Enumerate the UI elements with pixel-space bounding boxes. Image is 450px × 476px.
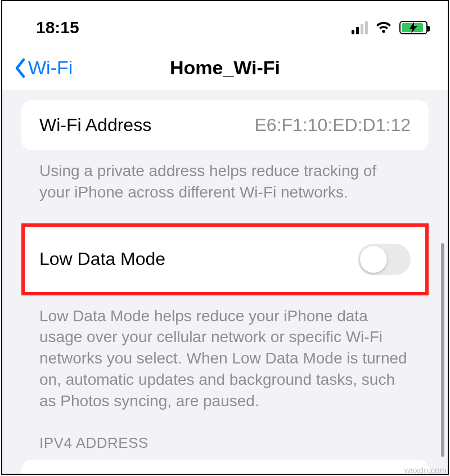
back-label: Wi-Fi	[28, 57, 73, 79]
chevron-left-icon	[14, 57, 26, 79]
ipv4-group: Configure IP Automatic	[21, 460, 429, 475]
ipv4-section-header: IPV4 ADDRESS	[2, 428, 448, 460]
wifi-address-group: Wi-Fi Address E6:F1:10:ED:D1:12	[21, 100, 429, 150]
wifi-address-row[interactable]: Wi-Fi Address E6:F1:10:ED:D1:12	[21, 100, 429, 150]
wifi-address-value: E6:F1:10:ED:D1:12	[255, 115, 411, 136]
back-button[interactable]: Wi-Fi	[2, 57, 73, 79]
cellular-signal-icon	[352, 21, 368, 34]
navigation-bar: Wi-Fi Home_Wi-Fi	[2, 45, 448, 91]
content-area: Wi-Fi Address E6:F1:10:ED:D1:12 Using a …	[2, 91, 448, 475]
low-data-mode-row[interactable]: Low Data Mode	[25, 227, 425, 292]
status-icons	[352, 21, 428, 34]
private-address-footer: Using a private address helps reduce tra…	[2, 150, 448, 219]
configure-ip-row[interactable]: Configure IP Automatic	[21, 460, 429, 475]
battery-charging-icon	[399, 21, 428, 34]
low-data-mode-footer: Low Data Mode helps reduce your iPhone d…	[2, 295, 448, 428]
configure-ip-label: Configure IP	[39, 474, 140, 475]
low-data-mode-group: Low Data Mode	[21, 223, 429, 295]
low-data-mode-toggle[interactable]	[358, 244, 411, 275]
device-frame: 18:15 Wi-Fi Home_	[1, 0, 449, 475]
status-time: 18:15	[36, 18, 79, 37]
configure-ip-value: Automatic	[314, 474, 394, 475]
wifi-icon	[375, 21, 393, 34]
wifi-address-label: Wi-Fi Address	[39, 115, 151, 136]
status-bar: 18:15	[2, 1, 448, 45]
toggle-knob-icon	[360, 246, 387, 273]
scrollbar[interactable]	[441, 243, 444, 457]
watermark: wsxdn.com	[404, 465, 447, 475]
low-data-mode-label: Low Data Mode	[39, 249, 165, 270]
